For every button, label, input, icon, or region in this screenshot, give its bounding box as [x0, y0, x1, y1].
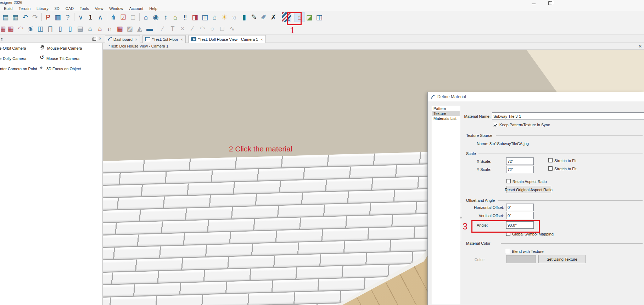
- horizontal-offset-field[interactable]: [506, 204, 534, 211]
- splitter-handle[interactable]: [461, 203, 461, 241]
- exterior-wall-icon[interactable]: ▦: [6, 24, 16, 34]
- settings-wrench-icon[interactable]: ⋔: [108, 12, 118, 22]
- wall-cut-icon[interactable]: ▦: [1, 24, 6, 34]
- cross-line-icon[interactable]: ×: [178, 24, 187, 34]
- minimize-button[interactable]: [529, 1, 538, 5]
- tab-close-icon[interactable]: ×: [181, 37, 183, 41]
- menu-help[interactable]: Help: [149, 6, 157, 11]
- break-wall-icon[interactable]: ≶: [26, 24, 35, 34]
- set-using-texture-button[interactable]: Set Using Texture: [538, 255, 586, 263]
- vertical-offset-field[interactable]: [506, 212, 534, 219]
- dimension-icon[interactable]: ∕: [158, 24, 168, 34]
- remodel-house-icon[interactable]: ⌂: [170, 12, 180, 22]
- cabinet-icon[interactable]: ▯: [55, 24, 65, 34]
- roof-plane-icon[interactable]: ◭: [135, 24, 145, 34]
- layout-page-icon[interactable]: □: [128, 12, 138, 22]
- y-scale-field[interactable]: [506, 166, 534, 173]
- y-stretch-checkbox[interactable]: [548, 166, 553, 171]
- spline-tool-icon[interactable]: ∿: [227, 24, 237, 34]
- rect-tool-icon[interactable]: □: [217, 24, 227, 34]
- panel-item-center-camera-on-point[interactable]: Center Camera on Point: [0, 67, 37, 71]
- save-camera-icon[interactable]: ◨: [190, 12, 200, 22]
- undo-icon[interactable]: ↶: [20, 12, 30, 22]
- x-stretch-label: Stretch to Fit: [554, 159, 576, 163]
- skylight-icon[interactable]: ▨: [125, 24, 135, 34]
- stairs-icon[interactable]: ▤: [75, 24, 85, 34]
- full-camera-icon[interactable]: ⌂: [141, 12, 151, 22]
- panel-item-mouse-dolly-camera[interactable]: Mouse-Dolly Camera: [0, 56, 26, 61]
- dialog-titlebar[interactable]: Define Material: [428, 92, 644, 101]
- print-icon[interactable]: ▤: [1, 12, 11, 22]
- menubar: Build Terrain Library 3D CAD Tools View …: [0, 6, 644, 11]
- redo-icon[interactable]: ↷: [30, 12, 40, 22]
- house-icon[interactable]: ⌂: [85, 24, 95, 34]
- floor-number-indicator[interactable]: 1: [86, 12, 96, 22]
- menu-tools[interactable]: Tools: [80, 6, 89, 11]
- menu-account[interactable]: Account: [129, 6, 143, 11]
- panel-item-3d-focus-on-object[interactable]: 3D Focus on Object: [46, 67, 81, 71]
- picture-file-icon[interactable]: ◪: [304, 12, 314, 22]
- color-chooser-icon[interactable]: ✐: [259, 12, 269, 22]
- panel-item-mouse-pan-camera[interactable]: Mouse-Pan Camera: [47, 46, 82, 50]
- menu-build[interactable]: Build: [4, 6, 12, 11]
- fireplace-icon[interactable]: ▦: [115, 24, 125, 34]
- tab-doll-house-camera[interactable]: *Test: Doll House View - Camera 1 ×: [188, 35, 266, 43]
- library-browser-icon[interactable]: ▥: [53, 12, 63, 22]
- window-icon[interactable]: ◫: [35, 24, 45, 34]
- spray-paint-icon[interactable]: ▮: [239, 12, 249, 22]
- panel-item-mouse-orbit-camera[interactable]: Mouse-Orbit Camera: [0, 46, 26, 50]
- blend-texture-checkbox[interactable]: [506, 249, 510, 253]
- door-icon[interactable]: ▯: [65, 24, 75, 34]
- panel-close-button[interactable]: ×: [99, 36, 101, 41]
- adjust-lights-icon[interactable]: ☼: [229, 12, 239, 22]
- floor-up-icon[interactable]: ∧: [95, 12, 105, 22]
- tile-windows-icon[interactable]: ◫: [314, 12, 324, 22]
- help-icon[interactable]: ?: [63, 12, 73, 22]
- material-name-field[interactable]: [492, 112, 644, 120]
- tab-close-icon[interactable]: ×: [261, 37, 263, 41]
- viewport-close-icon[interactable]: ✕: [638, 44, 642, 49]
- page-pattern[interactable]: Pattern: [432, 106, 460, 111]
- doorway-icon[interactable]: ∏: [45, 24, 55, 34]
- menu-terrain[interactable]: Terrain: [18, 6, 30, 11]
- retain-aspect-checkbox[interactable]: [506, 179, 511, 183]
- camera-icon[interactable]: ◉: [151, 12, 161, 22]
- crop-camera-icon[interactable]: ◫: [200, 12, 210, 22]
- x-stretch-checkbox[interactable]: [548, 158, 553, 162]
- menu-3d[interactable]: 3D: [55, 6, 60, 11]
- text-tool-icon[interactable]: T: [168, 24, 178, 34]
- delete-object-icon[interactable]: ✗: [269, 12, 279, 22]
- new-plan-icon[interactable]: ▦: [11, 12, 21, 22]
- curved-wall-icon[interactable]: ◠: [16, 24, 26, 34]
- plan-properties-icon[interactable]: P: [43, 12, 53, 22]
- default-settings-icon[interactable]: ☑: [118, 12, 128, 22]
- scale-group-label: Scale: [466, 151, 476, 156]
- x-scale-field[interactable]: [506, 157, 534, 165]
- tab-close-icon[interactable]: ×: [135, 37, 137, 41]
- arch-icon[interactable]: ∩: [105, 24, 115, 34]
- line-tool-icon[interactable]: ∕: [187, 24, 197, 34]
- annotation-box-1: [287, 12, 302, 25]
- dollhouse-view-icon[interactable]: ⌂: [210, 12, 220, 22]
- reset-aspect-button[interactable]: Reset Original Aspect Ratio: [506, 186, 551, 193]
- panel-item-mouse-tilt-camera[interactable]: Mouse-Tilt Camera: [46, 56, 79, 61]
- roof-house-icon[interactable]: ⌂: [95, 24, 105, 34]
- panel-float-button[interactable]: [93, 37, 97, 40]
- color-swatch[interactable]: [506, 255, 536, 263]
- menu-cad[interactable]: CAD: [66, 6, 74, 11]
- menu-window[interactable]: Window: [109, 6, 123, 11]
- arc-tool-icon[interactable]: ◠: [197, 24, 207, 34]
- floor-down-icon[interactable]: ∨: [76, 12, 86, 22]
- tab-first-floor[interactable]: *Test: 1st Floor ×: [142, 35, 186, 43]
- menu-library[interactable]: Library: [37, 6, 49, 11]
- walkthrough-icon[interactable]: ‼: [180, 12, 190, 22]
- mouse-orbit-icon[interactable]: ↕: [161, 12, 170, 22]
- circle-tool-icon[interactable]: ○: [207, 24, 217, 34]
- eyedropper-icon[interactable]: ✎: [249, 12, 259, 22]
- keep-sync-checkbox[interactable]: [493, 123, 497, 127]
- tab-dashboard[interactable]: Dashboard ×: [105, 35, 140, 43]
- ceiling-plane-icon[interactable]: ▬: [145, 24, 155, 34]
- menu-view[interactable]: View: [95, 6, 103, 11]
- restore-button[interactable]: [545, 1, 554, 5]
- light-icon[interactable]: ☀: [219, 12, 229, 22]
